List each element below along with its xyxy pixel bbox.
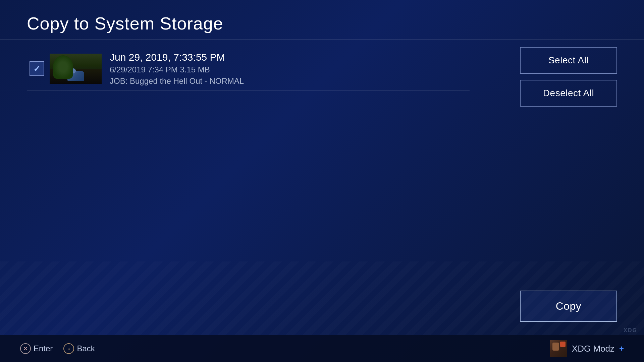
save-meta: 6/29/2019 7:34 PM 3.15 MB: [110, 65, 244, 74]
thumbnail-machine-figure: [67, 71, 84, 81]
select-all-button[interactable]: Select All: [520, 47, 617, 74]
title-divider: [0, 40, 644, 40]
nav-hints: × Enter ○ Back: [20, 343, 95, 354]
thumbnail-scene: [50, 54, 102, 84]
copy-button[interactable]: Copy: [520, 291, 617, 322]
user-avatar: [550, 340, 567, 357]
watermark-text: XDG: [624, 327, 637, 334]
save-item[interactable]: Jun 29, 2019, 7:33:55 PM 6/29/2019 7:34 …: [27, 47, 470, 91]
save-checkbox[interactable]: [30, 61, 44, 76]
avatar-image: [550, 340, 567, 357]
user-name: XDG Modz: [572, 344, 614, 354]
enter-hint: × Enter: [20, 343, 53, 354]
back-label: Back: [77, 344, 95, 353]
deselect-all-button[interactable]: Deselect All: [520, 80, 617, 107]
page-title: Copy to System Storage: [27, 13, 223, 34]
right-panel: Select All Deselect All: [520, 47, 617, 107]
x-button-icon: ×: [20, 343, 31, 354]
save-job: JOB: Bugged the Hell Out - NORMAL: [110, 76, 244, 86]
ps-plus-icon: +: [619, 344, 624, 353]
user-area: XDG Modz +: [550, 340, 624, 357]
checkbox-area[interactable]: [27, 61, 47, 76]
save-thumbnail: [50, 54, 102, 84]
back-hint: ○ Back: [63, 343, 95, 354]
save-list: Jun 29, 2019, 7:33:55 PM 6/29/2019 7:34 …: [27, 47, 470, 91]
save-info: Jun 29, 2019, 7:33:55 PM 6/29/2019 7:34 …: [110, 52, 244, 86]
save-date-title: Jun 29, 2019, 7:33:55 PM: [110, 52, 244, 63]
copy-button-container: Copy: [520, 291, 617, 322]
watermark: XDG: [624, 327, 637, 334]
bottom-bar: × Enter ○ Back XDG Modz +: [0, 335, 644, 362]
o-button-icon: ○: [63, 343, 74, 354]
enter-label: Enter: [34, 344, 53, 353]
